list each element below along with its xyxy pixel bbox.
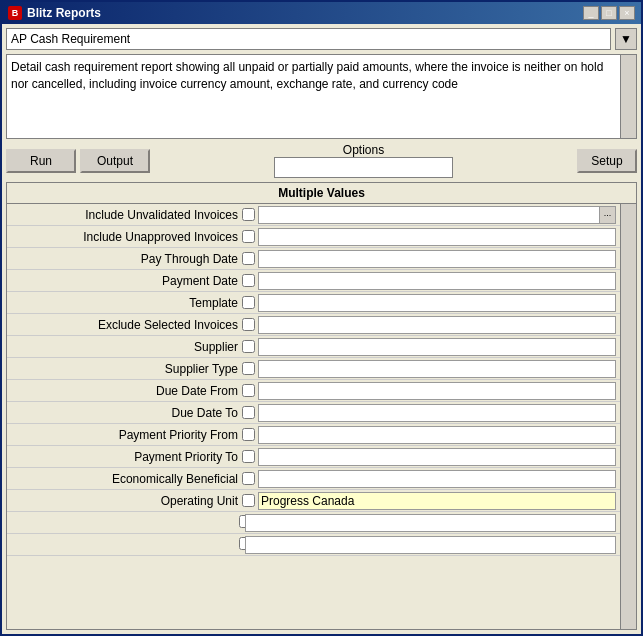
checkbox-template[interactable] xyxy=(242,296,255,309)
field-row-empty-2 xyxy=(7,534,636,556)
input-include-unvalidated: ··· xyxy=(258,206,616,224)
dots-button-include-unvalidated[interactable]: ··· xyxy=(599,207,615,223)
field-row-template: Template xyxy=(7,292,636,314)
checkbox-due-date-to[interactable] xyxy=(242,406,255,419)
report-select-input[interactable]: AP Cash Requirement xyxy=(6,28,611,50)
input-due-date-to[interactable] xyxy=(258,404,616,422)
field-row-due-date-from: Due Date From xyxy=(7,380,636,402)
input-supplier-type[interactable] xyxy=(258,360,616,378)
checkbox-supplier-type[interactable] xyxy=(242,362,255,375)
checkbox-payment-priority-to[interactable] xyxy=(242,450,255,463)
field-row-payment-date: Payment Date xyxy=(7,270,636,292)
field-row-empty-1 xyxy=(7,512,636,534)
input-empty-2[interactable] xyxy=(245,536,616,554)
input-pay-through-date[interactable] xyxy=(258,250,616,268)
checkbox-payment-priority-from[interactable] xyxy=(242,428,255,441)
title-bar-left: B Blitz Reports xyxy=(8,6,101,20)
multiple-values-header: Multiple Values xyxy=(7,183,636,204)
checkbox-include-unapproved[interactable] xyxy=(242,230,255,243)
text-include-unvalidated[interactable] xyxy=(259,207,599,223)
input-due-date-from[interactable] xyxy=(258,382,616,400)
input-supplier[interactable] xyxy=(258,338,616,356)
input-include-unapproved[interactable] xyxy=(258,228,616,246)
label-payment-priority-to: Payment Priority To xyxy=(7,450,242,464)
multiple-values-section: Multiple Values Include Unvalidated Invo… xyxy=(6,182,637,630)
checkbox-pay-through-date[interactable] xyxy=(242,252,255,265)
main-content: AP Cash Requirement ▼ Detail cash requir… xyxy=(2,24,641,634)
field-row-payment-priority-to: Payment Priority To xyxy=(7,446,636,468)
field-row-economically-beneficial: Economically Beneficial xyxy=(7,468,636,490)
title-bar: B Blitz Reports _ □ × xyxy=(2,2,641,24)
label-operating-unit: Operating Unit xyxy=(7,494,242,508)
description-scrollbar[interactable] xyxy=(620,55,636,138)
window-title: Blitz Reports xyxy=(27,6,101,20)
field-row-include-unapproved: Include Unapproved Invoices xyxy=(7,226,636,248)
label-payment-priority-from: Payment Priority From xyxy=(7,428,242,442)
label-supplier: Supplier xyxy=(7,340,242,354)
checkbox-include-unvalidated[interactable] xyxy=(242,208,255,221)
label-economically-beneficial: Economically Beneficial xyxy=(7,472,242,486)
input-payment-priority-to[interactable] xyxy=(258,448,616,466)
label-due-date-from: Due Date From xyxy=(7,384,242,398)
field-row-payment-priority-from: Payment Priority From xyxy=(7,424,636,446)
input-payment-date[interactable] xyxy=(258,272,616,290)
field-row-pay-through-date: Pay Through Date xyxy=(7,248,636,270)
input-payment-priority-from[interactable] xyxy=(258,426,616,444)
report-selector-row: AP Cash Requirement ▼ xyxy=(6,28,637,50)
checkbox-supplier[interactable] xyxy=(242,340,255,353)
checkbox-economically-beneficial[interactable] xyxy=(242,472,255,485)
minimize-button[interactable]: _ xyxy=(583,6,599,20)
input-economically-beneficial[interactable] xyxy=(258,470,616,488)
label-due-date-to: Due Date To xyxy=(7,406,242,420)
main-window: B Blitz Reports _ □ × AP Cash Requiremen… xyxy=(0,0,643,636)
field-row-include-unvalidated: Include Unvalidated Invoices ··· xyxy=(7,204,636,226)
setup-button[interactable]: Setup xyxy=(577,149,637,173)
label-payment-date: Payment Date xyxy=(7,274,242,288)
options-toolbar: Run Output Options Setup xyxy=(6,143,637,178)
output-button[interactable]: Output xyxy=(80,149,150,173)
label-supplier-type: Supplier Type xyxy=(7,362,242,376)
field-row-exclude-selected: Exclude Selected Invoices xyxy=(7,314,636,336)
label-template: Template xyxy=(7,296,242,310)
input-template[interactable] xyxy=(258,294,616,312)
checkbox-payment-date[interactable] xyxy=(242,274,255,287)
maximize-button[interactable]: □ xyxy=(601,6,617,20)
label-exclude-selected: Exclude Selected Invoices xyxy=(7,318,242,332)
field-row-operating-unit: Operating Unit xyxy=(7,490,636,512)
report-dropdown-arrow[interactable]: ▼ xyxy=(615,28,637,50)
checkbox-exclude-selected[interactable] xyxy=(242,318,255,331)
options-label: Options xyxy=(343,143,384,157)
multival-scrollbar[interactable] xyxy=(620,204,636,629)
checkbox-due-date-from[interactable] xyxy=(242,384,255,397)
field-row-supplier-type: Supplier Type xyxy=(7,358,636,380)
field-row-due-date-to: Due Date To xyxy=(7,402,636,424)
options-input[interactable] xyxy=(274,157,453,178)
input-exclude-selected[interactable] xyxy=(258,316,616,334)
input-empty-1[interactable] xyxy=(245,514,616,532)
empty-checkbox-area-2 xyxy=(7,537,245,553)
app-icon: B xyxy=(8,6,22,20)
description-area: Detail cash requirement report showing a… xyxy=(6,54,637,139)
label-pay-through-date: Pay Through Date xyxy=(7,252,242,266)
multiple-values-body: Include Unvalidated Invoices ··· Include… xyxy=(7,204,636,629)
input-operating-unit[interactable] xyxy=(258,492,616,510)
label-include-unvalidated: Include Unvalidated Invoices xyxy=(7,208,242,222)
field-row-supplier: Supplier xyxy=(7,336,636,358)
close-button[interactable]: × xyxy=(619,6,635,20)
checkbox-operating-unit[interactable] xyxy=(242,494,255,507)
window-controls[interactable]: _ □ × xyxy=(583,6,635,20)
empty-checkbox-area-1 xyxy=(7,515,245,531)
description-text: Detail cash requirement report showing a… xyxy=(11,59,632,93)
run-button[interactable]: Run xyxy=(6,149,76,173)
label-include-unapproved: Include Unapproved Invoices xyxy=(7,230,242,244)
